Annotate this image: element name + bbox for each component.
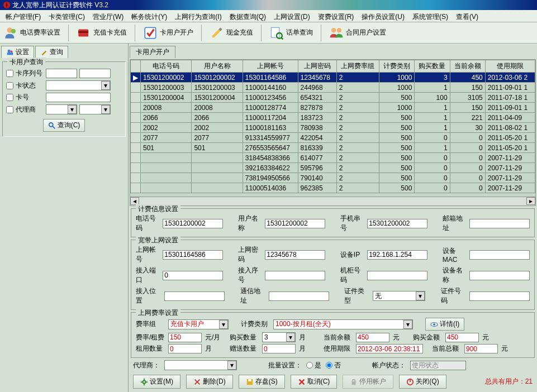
combo-agent-bottom[interactable]: ▾	[164, 360, 237, 370]
rtab-card-open[interactable]: 卡用户开户	[130, 46, 175, 58]
disk-icon	[246, 378, 254, 386]
magnifier-icon	[48, 122, 56, 130]
chk-cardno[interactable]	[6, 94, 13, 101]
detail-button[interactable]: 详情(I)	[425, 318, 464, 331]
in-phone[interactable]	[163, 219, 223, 228]
btn-set[interactable]: 设置(M)	[133, 375, 180, 389]
in-idno[interactable]	[469, 291, 530, 301]
in-acct[interactable]	[163, 250, 223, 260]
in-acct-status	[410, 361, 466, 370]
chk-agent[interactable]	[6, 106, 13, 113]
menu-item[interactable]: 帐务统计(Y)	[128, 11, 170, 21]
menu-item[interactable]: 帐户管理(F)	[2, 11, 44, 21]
radio-yes[interactable]: 是	[306, 361, 321, 370]
in-ip[interactable]	[367, 250, 427, 260]
combo-buy-qty[interactable]: 3▾	[262, 332, 296, 342]
tab-settings[interactable]: 设置	[1, 46, 34, 58]
chevron-down-icon[interactable]: ▾	[101, 81, 110, 90]
menu-item[interactable]: 上网设置(D)	[270, 11, 313, 21]
in-seq[interactable]	[265, 271, 325, 280]
action-buttons: 设置(M) 删除(D) 存盘(S) 取消(C) 停用帐户 关闭(Q) 总共有用户…	[130, 372, 536, 391]
power-icon	[406, 378, 414, 386]
serial-from[interactable]	[46, 69, 77, 78]
btn-save[interactable]: 存盘(S)	[239, 375, 285, 389]
in-addr[interactable]	[269, 291, 329, 301]
chevron-down-icon[interactable]: ▾	[68, 105, 77, 114]
chevron-down-icon[interactable]: ▾	[286, 333, 295, 342]
in-rent-qty[interactable]	[168, 344, 202, 353]
in-pos[interactable]	[164, 291, 225, 301]
lbl-batch: 批量设置：	[268, 361, 302, 370]
in-gift-qty[interactable]	[262, 344, 296, 353]
in-uname[interactable]	[265, 219, 325, 228]
in-expire[interactable]	[356, 344, 423, 353]
tb-phone-rate[interactable]: 电话费率设置	[3, 26, 60, 40]
in-buy-amt[interactable]	[445, 333, 479, 342]
btn-cancel[interactable]: 取消(C)	[291, 375, 338, 389]
btn-delete[interactable]: 删除(D)	[186, 375, 233, 389]
menu-item[interactable]: 数据查询(Q)	[226, 11, 269, 21]
cardno-input[interactable]	[46, 93, 111, 102]
combo-status[interactable]: ▾	[46, 80, 111, 90]
tb-recharge[interactable]: 充值卡充值	[77, 26, 127, 40]
window-titlebar: 龙人宽带上网认证计费软件 V3.2	[0, 0, 537, 10]
check-icon	[143, 26, 158, 40]
data-grid[interactable]: 电话号码用户名称上网帐号上网密码上网费率组计费类别购买数量当前余额使用期限▶15…	[130, 59, 536, 197]
in-devn[interactable]	[469, 271, 530, 280]
in-imei[interactable]	[367, 219, 427, 228]
in-cab[interactable]	[367, 271, 427, 280]
horizontal-scrollbar[interactable]: ◂ ▸	[130, 197, 536, 206]
in-mac[interactable]	[469, 250, 530, 260]
menu-item[interactable]: 上网行为查询(I)	[172, 11, 225, 21]
combo-bill-type[interactable]: 1000-按月租(全天)▾	[273, 319, 413, 329]
svg-rect-21	[352, 381, 356, 385]
search-button[interactable]: 查询(C)	[43, 119, 85, 132]
in-total[interactable]	[464, 344, 498, 353]
in-port[interactable]	[163, 271, 223, 280]
menu-item[interactable]: 营业厅(W)	[89, 11, 127, 21]
menu-item[interactable]: 查看(V)	[453, 11, 482, 21]
combo-agent2[interactable]: ▾	[79, 104, 111, 114]
svg-point-2	[11, 28, 16, 33]
svg-point-9	[331, 28, 336, 32]
card-icon	[77, 26, 91, 40]
svg-rect-13	[7, 52, 13, 55]
in-balance[interactable]	[356, 333, 389, 342]
menu-item[interactable]: 资费设置(R)	[315, 11, 358, 21]
chevron-down-icon[interactable]: ▾	[219, 320, 228, 329]
tb-cash[interactable]: 现金充值	[210, 26, 253, 40]
svg-point-10	[337, 28, 341, 32]
combo-idtype[interactable]: 无▾	[373, 291, 425, 301]
btn-close[interactable]: 关闭(Q)	[399, 375, 446, 389]
tb-card-open[interactable]: 卡用户开户	[143, 26, 193, 40]
pencil-icon	[210, 26, 224, 40]
tb-contract[interactable]: 合同用户设置	[329, 26, 386, 40]
tb-call-query[interactable]: 话单查询	[269, 26, 313, 40]
menu-item[interactable]: 卡类管理(C)	[45, 11, 88, 21]
in-email[interactable]	[469, 219, 530, 228]
chevron-down-icon[interactable]: ▾	[101, 105, 110, 114]
in-pwd[interactable]	[265, 250, 325, 260]
radio-no[interactable]: 否	[326, 361, 341, 370]
chk-serial[interactable]	[6, 70, 13, 77]
delete-icon	[193, 378, 201, 386]
combo-agent1[interactable]: ▾	[46, 104, 77, 114]
lbl-cardno: 卡号	[16, 93, 44, 102]
pen-icon	[40, 49, 48, 56]
lbl-agent: 代理商	[16, 105, 44, 114]
cancel-icon	[298, 378, 306, 386]
in-rate[interactable]	[168, 333, 202, 342]
serial-to[interactable]	[79, 69, 111, 78]
scroll-right-icon[interactable]: ▸	[526, 197, 535, 205]
chevron-down-icon[interactable]: ▾	[403, 320, 412, 329]
search-group: 卡用户查询 卡序列号 卡状态 ▾ 卡号 代理商 ▾ ▾	[2, 61, 126, 137]
menu-item[interactable]: 系统管理(S)	[409, 11, 452, 21]
svg-rect-6	[271, 27, 279, 37]
chevron-down-icon[interactable]: ▾	[416, 291, 425, 300]
menu-item[interactable]: 操作员设置(U)	[358, 11, 408, 21]
lock-icon	[350, 378, 358, 386]
tab-query[interactable]: 查询	[35, 46, 68, 58]
combo-rate-grp[interactable]: 充值卡用户▾	[168, 319, 229, 329]
chevron-down-icon[interactable]: ▾	[227, 361, 236, 370]
chk-status[interactable]	[6, 82, 13, 89]
